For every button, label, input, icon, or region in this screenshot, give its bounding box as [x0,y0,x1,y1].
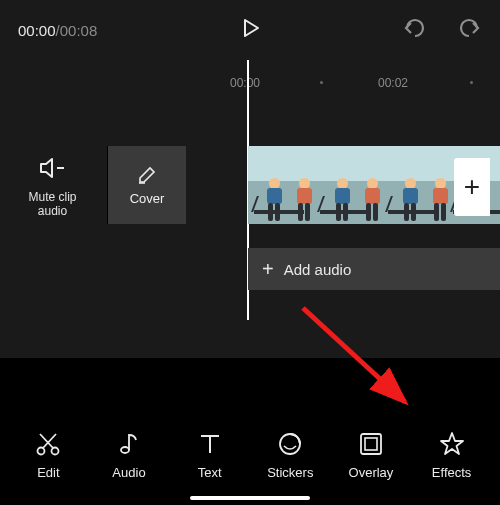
plus-icon: + [262,258,274,281]
tool-overlay[interactable]: Overlay [335,431,407,480]
add-audio-button[interactable]: + Add audio [248,248,500,290]
home-indicator[interactable] [190,496,310,500]
tool-text[interactable]: Text [174,431,246,480]
tool-effects[interactable]: Effects [416,431,488,480]
ruler-tick-1: 00:02 [378,76,408,90]
scissors-icon [35,431,61,457]
undo-button[interactable] [402,17,428,43]
bottom-toolbar: Edit Audio Text Stickers Overlay Effects [0,411,500,505]
mute-audio-icon [39,156,67,180]
add-clip-button[interactable]: + [454,158,490,216]
timeline-editor[interactable]: Mute clip audio Cover + + Add audio [0,98,500,358]
svg-line-6 [40,434,53,448]
play-button[interactable] [238,16,262,44]
mute-clip-audio-button[interactable]: Mute clip audio [20,156,85,218]
pencil-icon [137,165,157,185]
redo-icon [456,17,482,39]
svg-rect-12 [365,438,377,450]
sticker-icon [277,431,303,457]
undo-icon [402,17,428,39]
star-icon [439,431,465,457]
timeline-ruler[interactable]: 00:00 00:02 [0,60,500,98]
svg-line-5 [43,434,56,448]
redo-button[interactable] [456,17,482,43]
ruler-dot [320,81,323,84]
play-icon [238,16,262,40]
add-audio-label: Add audio [284,261,352,278]
tool-stickers[interactable]: Stickers [254,431,326,480]
tool-audio[interactable]: Audio [93,431,165,480]
tool-edit[interactable]: Edit [12,431,84,480]
overlay-icon [358,431,384,457]
playback-time: 00:00/00:08 [18,22,97,39]
ruler-dot [470,81,473,84]
svg-rect-11 [361,434,381,454]
svg-point-3 [38,448,45,455]
music-note-icon [116,431,142,457]
plus-icon: + [464,171,480,203]
svg-point-7 [121,447,129,453]
text-icon [197,431,223,457]
cover-button[interactable]: Cover [108,146,186,224]
svg-point-4 [52,448,59,455]
ruler-tick-0: 00:00 [230,76,260,90]
